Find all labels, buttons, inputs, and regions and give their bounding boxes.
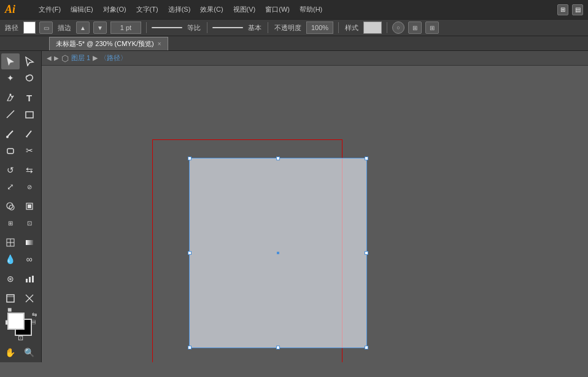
brush-pencil-row (1, 126, 41, 142)
line-rect-row (1, 106, 41, 122)
toolbar: ✦ T (0, 51, 42, 362)
line-preview (152, 27, 182, 28)
svg-rect-16 (29, 277, 31, 282)
fill-swatch[interactable] (23, 21, 36, 34)
slice-tool[interactable] (20, 290, 39, 306)
gradient-tool[interactable] (20, 235, 39, 251)
menu-edit[interactable]: 编辑(E) (67, 4, 97, 15)
line-preview-2 (212, 27, 243, 28)
svg-line-1 (7, 111, 14, 118)
ai-logo: Ai (5, 3, 25, 16)
direct-selection-tool[interactable] (20, 53, 39, 69)
handle-top-center[interactable] (276, 157, 280, 160)
separator-1 (146, 22, 147, 33)
eraser-tool[interactable] (1, 142, 20, 158)
handle-bottom-center[interactable] (276, 346, 280, 349)
title-bar: Ai 文件(F) 编辑(E) 对象(O) 文字(T) 选择(S) 效果(C) 视… (0, 0, 588, 19)
stroke-weight-input[interactable] (110, 21, 141, 34)
line-tool[interactable] (1, 106, 20, 122)
magic-wand-tool[interactable]: ✦ (1, 70, 20, 86)
stroke-down-btn[interactable]: ▼ (93, 21, 107, 34)
shear-tool[interactable]: ⊘ (20, 179, 39, 195)
canvas-area: ◀ ▶ ⬡ 图层 1 ▶ 〈路径〉 (42, 51, 588, 362)
transform-btn[interactable]: ⊞ (408, 21, 422, 34)
handle-bottom-right[interactable] (365, 346, 368, 349)
magic-lasso-row: ✦ (1, 70, 41, 86)
fg-color-swatch[interactable] (7, 313, 25, 330)
perspective-selection-tool[interactable]: ⊡ (20, 215, 39, 231)
swap-colors-icon[interactable]: ⇆ (32, 311, 37, 318)
menu-help[interactable]: 帮助(H) (296, 4, 326, 15)
column-graph-tool[interactable] (20, 271, 39, 287)
opacity-input[interactable] (306, 21, 333, 34)
default-colors-icon[interactable]: ◼ (7, 306, 12, 313)
svg-point-8 (9, 205, 14, 210)
center-point (277, 252, 279, 254)
menu-view[interactable]: 视图(V) (230, 4, 260, 15)
selected-path[interactable] (189, 158, 367, 348)
handle-middle-right[interactable] (365, 251, 368, 255)
shape-builder-tool[interactable] (1, 198, 20, 214)
svg-point-0 (9, 94, 11, 96)
reflect-tool[interactable]: ⇆ (20, 162, 39, 178)
stroke-mode-btn[interactable]: ▭ (39, 21, 53, 34)
document-tab[interactable]: 未标题-5* @ 230% (CMYK/预览) × (49, 37, 168, 50)
selection-tool[interactable] (1, 53, 20, 69)
handle-bottom-left[interactable] (188, 346, 191, 349)
pencil-tool[interactable] (20, 126, 39, 142)
align-btn[interactable]: ○ (392, 21, 404, 34)
zoom-tool[interactable]: 🔍 (20, 344, 39, 360)
breadcrumb-sep: ▶ (93, 54, 98, 62)
tab-close-btn[interactable]: × (158, 41, 161, 47)
separator-4 (338, 22, 339, 33)
type-tool[interactable]: T (20, 90, 39, 106)
scale-tool[interactable]: ⤢ (1, 179, 20, 195)
menu-select[interactable]: 选择(S) (164, 4, 195, 15)
svg-rect-2 (26, 112, 33, 118)
perspective-grid-tool[interactable]: ⊞ (1, 215, 20, 231)
breadcrumb-forward[interactable]: ▶ (54, 55, 59, 61)
style-swatch[interactable] (363, 21, 382, 34)
tab-title: 未标题-5* @ 230% (CMYK/预览) (56, 39, 154, 49)
paintbrush-tool[interactable] (1, 126, 20, 142)
menu-effect[interactable]: 效果(C) (196, 4, 226, 15)
opacity-label: 不透明度 (273, 23, 303, 33)
tab-bar: 未标题-5* @ 230% (CMYK/预览) × (0, 36, 588, 51)
rectangle-tool[interactable] (20, 106, 39, 122)
handle-top-left[interactable] (188, 157, 191, 160)
lasso-tool[interactable] (20, 70, 39, 86)
arrange-btn[interactable]: ⊞ (557, 4, 568, 15)
blend-tool[interactable]: ∞ (20, 251, 39, 267)
mesh-tool[interactable] (1, 235, 20, 251)
eyedropper-tool[interactable]: 💧 (1, 251, 20, 267)
hand-tool[interactable]: ✋ (1, 344, 20, 360)
handle-top-right[interactable] (365, 157, 368, 160)
pathfinder-btn[interactable]: ⊞ (425, 21, 439, 34)
handle-middle-left[interactable] (188, 251, 191, 255)
artboard (152, 139, 342, 362)
layout-btn[interactable]: ▤ (572, 4, 583, 15)
artboard-tool[interactable] (1, 290, 20, 306)
breadcrumb-back[interactable]: ◀ (47, 55, 52, 61)
stroke-up-btn[interactable]: ▲ (76, 21, 90, 34)
symbol-sprayer-tool[interactable]: ⊛ (1, 271, 20, 287)
breadcrumb-path[interactable]: 〈路径〉 (100, 53, 127, 63)
rotate-reflect-row: ↺ ⇆ (1, 162, 41, 178)
live-paint-tool[interactable] (20, 198, 39, 214)
hand-zoom-row: ✋ 🔍 (1, 344, 41, 360)
pen-tool[interactable] (1, 90, 20, 106)
scissors-tool[interactable]: ✂ (20, 142, 39, 158)
window-controls: ⊞ ▤ (557, 4, 583, 15)
ratio-label: 等比 (186, 23, 202, 33)
menu-window[interactable]: 窗口(W) (261, 4, 293, 15)
separator-3 (268, 22, 268, 33)
svg-point-3 (6, 136, 9, 138)
canvas-content (42, 66, 588, 362)
menu-file[interactable]: 文件(F) (35, 4, 64, 15)
breadcrumb-layer[interactable]: 图层 1 (71, 53, 90, 63)
menu-object[interactable]: 对象(O) (99, 4, 130, 15)
svg-rect-6 (7, 149, 14, 154)
menu-text[interactable]: 文字(T) (133, 4, 162, 15)
rotate-tool[interactable]: ↺ (1, 162, 20, 178)
svg-rect-14 (26, 240, 33, 245)
